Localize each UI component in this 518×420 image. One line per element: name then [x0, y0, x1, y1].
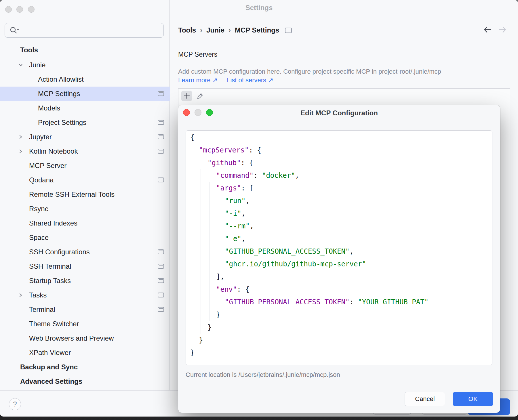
sidebar-item-mcp-settings[interactable]: MCP Settings: [0, 87, 170, 101]
project-monitor-icon: [158, 264, 164, 269]
forward-arrow-icon[interactable]: [498, 26, 506, 33]
sidebar-item-terminal[interactable]: Terminal: [0, 302, 170, 317]
code-line: "-i",: [186, 207, 492, 220]
sidebar-item-label: Action Allowlist: [38, 75, 84, 83]
search-icon: [9, 26, 19, 35]
code-line: "mcpServers": {: [186, 144, 492, 156]
sidebar-item-junie[interactable]: Junie: [0, 58, 170, 72]
chevron-right-icon[interactable]: [18, 134, 24, 140]
help-button[interactable]: ?: [9, 398, 21, 410]
edit-server-button[interactable]: [195, 91, 205, 101]
sidebar-item-project-settings[interactable]: Project Settings: [0, 115, 170, 130]
list-of-servers-link[interactable]: List of servers ↗: [227, 77, 273, 84]
cancel-button[interactable]: Cancel: [405, 392, 445, 406]
code-line: }: [186, 346, 492, 359]
sidebar-item-mcp-server[interactable]: MCP Server: [0, 159, 170, 173]
breadcrumb-item-junie[interactable]: Junie: [206, 26, 224, 34]
project-monitor-icon: [158, 120, 164, 125]
learn-more-link[interactable]: Learn more ↗: [178, 77, 218, 84]
sidebar-item-ssh-terminal[interactable]: SSH Terminal: [0, 259, 170, 274]
sidebar-item-backup-and-sync[interactable]: Backup and Sync: [0, 360, 170, 374]
chevron-right-icon[interactable]: [18, 292, 24, 298]
code-line: "github": {: [186, 156, 492, 169]
sidebar-item-label: Qodana: [29, 176, 54, 184]
sidebar-item-models[interactable]: Models: [0, 101, 170, 115]
code-line: {: [186, 131, 492, 144]
ok-button[interactable]: OK: [453, 392, 493, 406]
settings-sidebar: ToolsJunieAction AllowlistMCP SettingsMo…: [0, 0, 170, 390]
pencil-icon: [197, 92, 204, 99]
sidebar-item-label: Kotlin Notebook: [29, 147, 78, 155]
project-monitor-icon: [158, 177, 164, 182]
code-line: }: [186, 334, 492, 346]
sidebar-item-label: Rsync: [29, 205, 48, 213]
sidebar-item-startup-tasks[interactable]: Startup Tasks: [0, 274, 170, 288]
code-line: "ghcr.io/github/github-mcp-server": [186, 258, 492, 270]
edit-mcp-configuration-dialog: Edit MCP Configuration {"mcpServers": {"…: [178, 105, 500, 413]
sidebar-item-label: MCP Settings: [38, 90, 80, 98]
sidebar-item-label: Project Settings: [38, 119, 86, 127]
add-server-button[interactable]: [181, 91, 192, 101]
breadcrumb: Tools›Junie›MCP Settings: [178, 25, 292, 35]
code-line: "--rm",: [186, 220, 492, 232]
sidebar-item-ssh-configurations[interactable]: SSH Configurations: [0, 245, 170, 259]
history-nav: [483, 26, 506, 33]
sidebar-item-label: XPath Viewer: [29, 349, 71, 357]
sidebar-item-label: Space: [29, 234, 49, 242]
sidebar-item-tools[interactable]: Tools: [0, 43, 170, 57]
sidebar-item-label: Tools: [20, 46, 38, 54]
sidebar-item-label: Startup Tasks: [29, 277, 71, 285]
sidebar-item-kotlin-notebook[interactable]: Kotlin Notebook: [0, 144, 170, 159]
links-row: Learn more ↗ List of servers ↗: [178, 77, 281, 84]
chevron-right-icon[interactable]: [18, 148, 24, 154]
project-monitor-icon: [158, 249, 164, 254]
json-code[interactable]: {"mcpServers": {"github": {"command": "d…: [186, 131, 492, 359]
code-line: "command": "docker",: [186, 169, 492, 182]
settings-window: Settings ToolsJunieAction AllowlistMCP S…: [0, 0, 518, 417]
sidebar-item-label: Terminal: [29, 306, 55, 314]
sidebar-item-advanced-settings[interactable]: Advanced Settings: [0, 374, 170, 389]
code-line: ],: [186, 270, 492, 283]
sidebar-item-label: SSH Terminal: [29, 262, 71, 270]
sidebar-item-tasks[interactable]: Tasks: [0, 288, 170, 302]
search-history-caret-icon: [17, 29, 19, 30]
description-text: Add custom MCP configuration here. Confi…: [178, 68, 441, 75]
project-monitor-icon: [158, 149, 164, 154]
sidebar-item-rsync[interactable]: Rsync: [0, 202, 170, 216]
project-monitor-icon: [158, 307, 164, 312]
sidebar-item-shared-indexes[interactable]: Shared Indexes: [0, 216, 170, 230]
sidebar-item-space[interactable]: Space: [0, 230, 170, 245]
sidebar-item-theme-switcher[interactable]: Theme Switcher: [0, 317, 170, 331]
code-line: "GITHUB_PERSONAL_ACCESS_TOKEN": "YOUR_GI…: [186, 296, 492, 308]
search-field[interactable]: [5, 23, 164, 38]
code-line: }: [186, 321, 492, 334]
sidebar-item-xpath-viewer[interactable]: XPath Viewer: [0, 345, 170, 360]
project-monitor-icon: [158, 278, 164, 283]
sidebar-item-web-browsers-and-preview[interactable]: Web Browsers and Preview: [0, 331, 170, 345]
code-line: "GITHUB_PERSONAL_ACCESS_TOKEN",: [186, 245, 492, 258]
sidebar-item-label: Junie: [29, 61, 45, 69]
breadcrumb-item-mcp-settings[interactable]: MCP Settings: [235, 26, 279, 34]
project-monitor-icon: [158, 91, 164, 96]
sidebar-item-label: Web Browsers and Preview: [29, 334, 114, 342]
back-arrow-icon[interactable]: [483, 26, 492, 33]
plus-icon: [184, 93, 190, 99]
breadcrumb-item-tools[interactable]: Tools: [178, 26, 196, 34]
sidebar-item-label: SSH Configurations: [29, 248, 90, 256]
project-monitor-icon: [158, 293, 164, 297]
code-line: "run",: [186, 194, 492, 207]
settings-tree: ToolsJunieAction AllowlistMCP SettingsMo…: [0, 38, 170, 389]
mcp-json-editor[interactable]: {"mcpServers": {"github": {"command": "d…: [186, 130, 492, 365]
page-title: MCP Servers: [178, 51, 217, 58]
sidebar-item-label: Backup and Sync: [20, 363, 78, 371]
sidebar-item-qodana[interactable]: Qodana: [0, 173, 170, 187]
sidebar-item-remote-ssh-external-tools[interactable]: Remote SSH External Tools: [0, 187, 170, 202]
sidebar-item-jupyter[interactable]: Jupyter: [0, 130, 170, 144]
sidebar-item-action-allowlist[interactable]: Action Allowlist: [0, 72, 170, 87]
sidebar-item-label: Shared Indexes: [29, 219, 77, 227]
chevron-down-icon[interactable]: [18, 62, 24, 68]
project-monitor-icon: [285, 28, 292, 33]
sidebar-item-label: Advanced Settings: [20, 377, 82, 385]
search-input[interactable]: [19, 26, 163, 35]
code-line: "env": {: [186, 283, 492, 296]
